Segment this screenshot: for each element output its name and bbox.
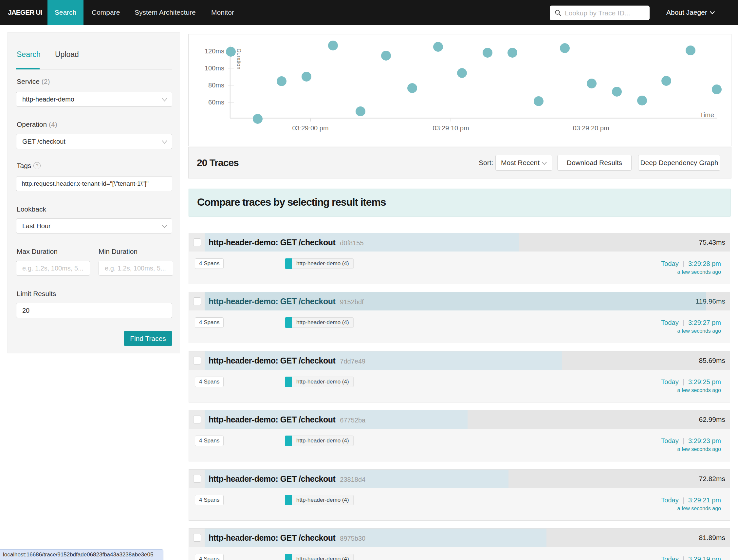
svg-text:Duration: Duration [236,48,242,69]
svg-text:03:29:10 pm: 03:29:10 pm [432,124,469,131]
svg-text:03:29:20 pm: 03:29:20 pm [573,124,609,131]
svg-text:80ms: 80ms [208,81,224,89]
svg-text:Time: Time [700,111,714,118]
svg-text:100ms: 100ms [205,64,224,72]
svg-text:03:29:00 pm: 03:29:00 pm [292,124,328,131]
svg-text:60ms: 60ms [208,98,224,106]
svg-text:120ms: 120ms [205,47,224,55]
